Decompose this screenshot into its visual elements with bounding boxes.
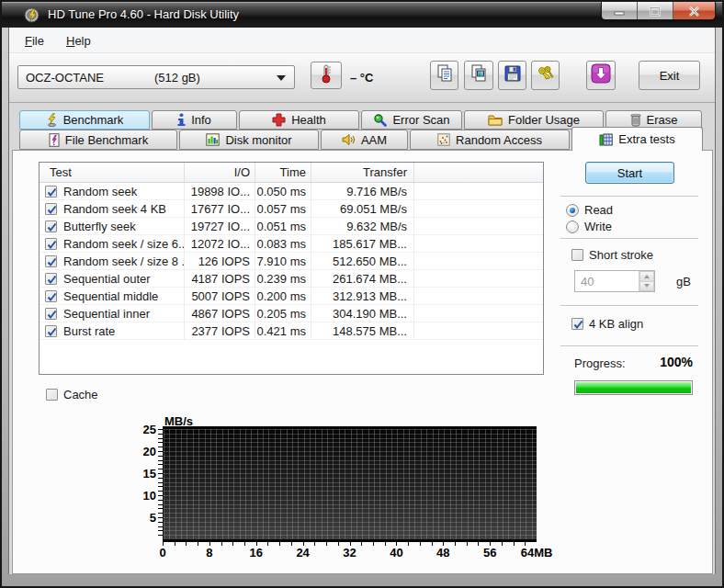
x-tick-label: 64MB	[509, 546, 564, 560]
test-name: Random seek / size 8 ...	[63, 254, 185, 268]
test-name: Butterfly seek	[63, 220, 136, 233]
row-checkbox[interactable]	[45, 186, 57, 198]
filler-cell	[414, 305, 543, 322]
titlebar: HD Tune Pro 4.60 - Hard Disk Utility	[2, 2, 722, 28]
tab-health[interactable]: Health	[239, 110, 359, 130]
tab-aam[interactable]: AAM	[321, 130, 408, 150]
transfer-cell: 9.632 MB/s	[311, 218, 414, 235]
temperature-readout: – °C	[350, 71, 373, 85]
arrow-up-icon	[644, 275, 650, 278]
test-name: Burst rate	[63, 324, 115, 338]
table-row[interactable]: Sequential middle5007 IOPS0.200 ms312.91…	[40, 288, 543, 305]
tab-error-scan[interactable]: Error Scan	[361, 110, 462, 130]
tab-label: Benchmark	[63, 113, 124, 127]
time-cell: 7.910 ms	[255, 253, 311, 270]
column-header-filler	[414, 163, 543, 182]
spinner-value: 40	[575, 271, 639, 291]
time-cell: 0.057 ms	[255, 200, 311, 218]
random-access-icon	[437, 133, 450, 146]
time-cell: 0.239 ms	[255, 270, 311, 288]
transfer-cell: 304.190 MB...	[311, 305, 414, 322]
menu-file[interactable]: File	[19, 32, 50, 50]
column-header-time[interactable]: Time	[255, 163, 311, 182]
chart-y-ticks	[158, 429, 163, 539]
short-stroke-size-spinner[interactable]: 40	[574, 270, 655, 292]
save-button[interactable]	[498, 61, 526, 90]
read-label: Read	[584, 203, 613, 217]
row-checkbox[interactable]	[45, 308, 57, 320]
test-results-table: Test I/O Time Transfer Random seek19898 …	[39, 162, 544, 375]
exit-button[interactable]: Exit	[639, 61, 700, 90]
time-cell: 0.200 ms	[255, 288, 311, 305]
column-header-transfer[interactable]: Transfer	[311, 163, 414, 182]
separator	[560, 196, 698, 197]
table-row[interactable]: Burst rate2377 IOPS0.421 ms148.575 MB...	[40, 322, 543, 340]
row-checkbox[interactable]	[45, 255, 57, 267]
temperature-button[interactable]	[311, 62, 342, 89]
row-checkbox[interactable]	[45, 203, 57, 215]
radio-unselected-icon	[566, 220, 579, 233]
spinner-up-button[interactable]	[639, 271, 654, 281]
cache-checkbox[interactable]: Cache	[46, 388, 98, 401]
error-scan-icon	[373, 113, 387, 127]
spinner-down-button[interactable]	[639, 281, 654, 292]
column-header-io[interactable]: I/O	[185, 163, 255, 182]
transfer-cell: 148.575 MB...	[311, 322, 414, 340]
short-stroke-label: Short stroke	[589, 248, 653, 262]
table-row[interactable]: Random seek / size 8 ...126 IOPS7.910 ms…	[40, 253, 543, 270]
tab-disk-monitor[interactable]: Disk monitor	[179, 130, 319, 150]
read-radio[interactable]: Read	[566, 203, 613, 217]
close-button[interactable]	[673, 2, 715, 20]
window-title: HD Tune Pro 4.60 - Hard Disk Utility	[48, 7, 239, 21]
row-checkbox[interactable]	[45, 238, 57, 250]
filler-cell	[414, 322, 543, 340]
folder-icon	[488, 114, 503, 126]
row-checkbox[interactable]	[45, 290, 57, 302]
row-checkbox[interactable]	[45, 273, 57, 285]
table-row[interactable]: Random seek 4 KB17677 IO...0.057 ms69.05…	[40, 200, 543, 218]
maximize-button[interactable]	[638, 2, 673, 20]
io-cell: 17677 IO...	[185, 200, 255, 218]
register-button[interactable]	[531, 61, 560, 90]
table-row[interactable]: Sequential inner4867 IOPS0.205 ms304.190…	[40, 305, 543, 322]
tab-benchmark[interactable]: Benchmark	[19, 110, 150, 130]
filler-cell	[414, 235, 543, 253]
io-cell: 4867 IOPS	[185, 305, 255, 322]
y-tick-label: 5	[129, 511, 156, 525]
tab-info[interactable]: Info	[152, 110, 237, 130]
row-checkbox[interactable]	[45, 220, 57, 232]
table-row[interactable]: Butterfly seek19727 IO...0.051 ms9.632 M…	[40, 218, 543, 235]
row-checkbox[interactable]	[45, 325, 57, 337]
table-row[interactable]: Sequential outer4187 IOPS0.239 ms261.674…	[40, 270, 543, 288]
table-row[interactable]: Random seek / size 6...12072 IO...0.083 …	[40, 235, 543, 253]
time-cell: 0.083 ms	[255, 235, 311, 253]
time-cell: 0.050 ms	[255, 183, 311, 200]
copy-image-button[interactable]	[464, 61, 493, 90]
short-stroke-checkbox[interactable]: Short stroke	[571, 248, 653, 262]
minimize-button[interactable]	[602, 2, 638, 20]
info-icon	[177, 113, 186, 127]
align-checkbox[interactable]: 4 KB align	[571, 317, 643, 331]
align-label: 4 KB align	[589, 317, 643, 331]
tab-random-access[interactable]: Random Access	[410, 130, 570, 150]
write-radio[interactable]: Write	[566, 220, 612, 233]
drive-selector[interactable]: OCZ-OCTANE (512 gB)	[17, 65, 295, 89]
y-tick-label: 20	[129, 445, 156, 458]
tab-file-benchmark[interactable]: File Benchmark	[19, 130, 177, 150]
tab-label: Disk monitor	[225, 133, 291, 147]
time-cell: 0.421 ms	[255, 322, 311, 340]
copy-text-button[interactable]	[430, 61, 458, 90]
table-row[interactable]: Random seek19898 IO...0.050 ms9.716 MB/s	[40, 183, 543, 200]
start-button[interactable]: Start	[585, 162, 674, 184]
y-tick-label: 10	[129, 489, 156, 503]
transfer-cell: 69.051 MB/s	[311, 200, 414, 218]
copy-text-icon	[436, 64, 453, 86]
update-download-button[interactable]	[586, 61, 616, 90]
tab-extra-tests[interactable]: Extra tests	[571, 127, 703, 151]
thermometer-icon	[321, 63, 332, 87]
menu-help[interactable]: Help	[61, 32, 96, 50]
io-cell: 5007 IOPS	[185, 288, 255, 305]
size-unit-label: gB	[676, 275, 691, 288]
column-header-test[interactable]: Test	[40, 163, 185, 182]
filler-cell	[414, 200, 543, 218]
